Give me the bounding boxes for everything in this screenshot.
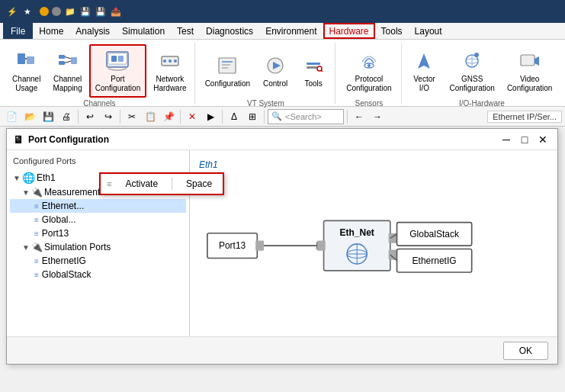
menu-test[interactable]: Test [171,23,200,39]
tree-item-global[interactable]: ≡ Global... [10,213,186,227]
menu-bar: File Home Analysis Simulation Test Diagn… [0,23,565,40]
ribbon: ChannelUsage ChannelMapping [0,40,565,107]
channel-usage-button[interactable]: ChannelUsage [7,44,46,98]
context-menu: ≡ Activate Space [99,172,224,195]
close-button[interactable]: ✕ [535,132,551,147]
svg-rect-27 [307,66,317,69]
svg-rect-37 [521,55,535,66]
gnss-config-label: GNSSConfiguration [449,75,494,93]
control-icon [263,53,287,78]
menu-diagnostics[interactable]: Diagnostics [200,23,259,39]
tree-eth1-label: Eth1 [37,172,56,183]
svg-line-11 [108,69,114,70]
network-hardware-button[interactable]: NetworkHardware [148,44,191,98]
toolbar-nav-fwd[interactable]: → [369,109,386,124]
svg-marker-38 [535,56,539,66]
global-icon: ≡ [34,216,39,224]
channel-mapping-button[interactable]: ChannelMapping [47,44,87,98]
toolbar-cut[interactable]: ✂ [124,109,140,124]
tree-item-ethernetig[interactable]: ≡ EthernetIG [10,254,186,268]
vector-io-icon [412,49,436,73]
context-menu-activate[interactable]: Activate [120,177,162,191]
tree-globalstack-label: GlobalStack [42,269,91,280]
dot-yellow [40,7,49,16]
dot-gray [52,7,61,16]
toolbar-sep1 [78,110,79,124]
ok-button[interactable]: OK [503,342,548,360]
port-config-footer: OK [7,336,557,364]
tree-item-ethernet[interactable]: ≡ Ethernet... [10,199,186,213]
window-controls: ─ □ ✕ [498,132,551,147]
diagram-svg: Port13 Eth_Net Gl [199,185,548,323]
toolbar-save[interactable]: 💾 [40,109,56,124]
configured-ports-label: Configured Ports [10,156,186,165]
diagram-title: Eth1 [199,159,548,170]
menu-hardware[interactable]: Hardware [323,23,375,39]
svg-point-17 [163,59,166,63]
menu-analysis[interactable]: Analysis [69,23,116,39]
search-icon: 🔍 [271,111,282,121]
diagram-area: Eth1 Port13 Eth_Net [190,150,557,336]
video-config-button[interactable]: VideoConfiguration [502,44,557,98]
toolbar-nav-back[interactable]: ← [351,109,368,124]
protocol-config-button[interactable]: ProtocolConfiguration [341,44,396,98]
toolbar-redo[interactable]: ↪ [100,109,117,124]
toolbar-play[interactable]: ▶ [202,109,219,124]
lightning-icon: ⚡ [6,5,18,18]
tree-item-globalstack[interactable]: ≡ GlobalStack [10,268,186,281]
toolbar-paste[interactable]: 📌 [160,109,177,124]
port-config-title: Port Configuration [28,134,109,145]
menu-layout[interactable]: Layout [409,23,448,39]
tools-vt-label: Tools [304,79,322,88]
tree-ethernetig-label: EthernetIG [42,255,86,266]
search-placeholder: <Search> [285,112,322,121]
tools-vt-button[interactable]: Tools [295,44,332,98]
vt-group-label: VT System [247,99,284,108]
menu-simulation[interactable]: Simulation [116,23,171,39]
tree-arrow-meas: ▼ [22,188,30,197]
minimize-button[interactable]: ─ [498,132,515,147]
port-configuration-button[interactable]: PortConfiguration [89,44,146,98]
menu-tools[interactable]: Tools [375,23,409,39]
io-group-label: I/O-Hardware [459,99,505,108]
menu-file[interactable]: File [3,23,33,39]
search-box[interactable]: 🔍 <Search> [268,109,344,124]
context-menu-space[interactable]: Space [181,177,217,191]
context-menu-separator [172,178,172,190]
toolbar-print[interactable]: 🖨 [58,109,75,124]
svg-rect-26 [307,63,320,65]
maximize-button[interactable]: □ [516,132,533,147]
toolbar-undo[interactable]: ↩ [82,109,98,124]
gnss-config-button[interactable]: GNSSConfiguration [444,44,499,98]
svg-point-31 [368,64,371,67]
menu-environment[interactable]: Environment [259,23,323,39]
svg-rect-8 [71,60,77,64]
toolbar-grid[interactable]: ⊞ [244,109,261,124]
ribbon-group-io: VectorI/O GNSSConfiguration [403,43,560,104]
svg-rect-14 [111,56,117,62]
toolbar-new[interactable]: 📄 [3,109,20,124]
configuration-button[interactable]: Configuration [200,44,255,98]
svg-rect-4 [59,61,65,65]
port-config-titlebar: 🖥 Port Configuration ─ □ ✕ [7,129,557,150]
control-button[interactable]: Control [257,44,294,98]
menu-home[interactable]: Home [33,23,69,39]
sensors-group-label: Sensors [355,99,384,108]
svg-rect-40 [255,241,264,251]
svg-line-6 [65,61,71,63]
ribbon-group-sensors: ProtocolConfiguration Sensors [337,43,402,104]
tree-item-port13[interactable]: ≡ Port13 [10,227,186,240]
toolbar-copy[interactable]: 📋 [142,109,159,124]
svg-line-5 [65,57,71,59]
vector-io-button[interactable]: VectorI/O [406,44,442,98]
channel-usage-label: ChannelUsage [12,75,40,93]
toolbar-delta[interactable]: Δ [226,109,242,124]
toolbar-stop[interactable]: ✕ [184,109,201,124]
channels-group-label: Channels [83,99,115,108]
share-icon: 📤 [110,5,122,18]
tree-item-simulation-ports[interactable]: ▼ 🔌 Simulation Ports [10,240,186,254]
svg-point-36 [474,53,479,57]
toolbar-open[interactable]: 📂 [21,109,38,124]
port-configuration-icon [105,49,130,73]
tree-global-label: Global... [42,214,76,225]
